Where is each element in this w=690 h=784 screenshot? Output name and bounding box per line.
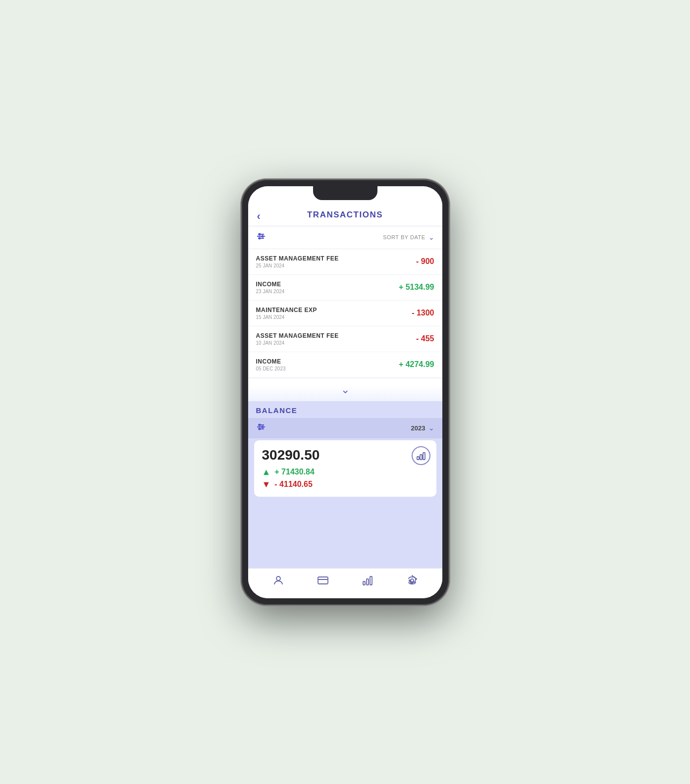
nav-item-chart[interactable] bbox=[362, 575, 373, 586]
year-label: 2023 bbox=[411, 424, 425, 432]
phone-wrapper: ‹ TRANSACTIONS bbox=[241, 179, 449, 605]
income-value: + 71430.84 bbox=[274, 468, 315, 476]
transaction-row[interactable]: MAINTENANCE EXP 15 JAN 2024 - 1300 bbox=[248, 301, 442, 326]
sort-label: SORT BY DATE bbox=[383, 234, 425, 240]
balance-header: BALANCE bbox=[248, 401, 442, 418]
transaction-row[interactable]: INCOME 23 JAN 2024 + 5134.99 bbox=[248, 275, 442, 301]
balance-title: BALANCE bbox=[256, 406, 298, 415]
svg-rect-19 bbox=[367, 579, 369, 585]
transaction-row[interactable]: ASSET MANAGEMENT FEE 10 JAN 2024 - 455 bbox=[248, 326, 442, 352]
expense-value: - 41140.65 bbox=[274, 480, 313, 489]
svg-point-11 bbox=[259, 428, 260, 429]
expense-arrow-icon: ▼ bbox=[262, 479, 271, 490]
svg-point-4 bbox=[262, 235, 263, 237]
back-button[interactable]: ‹ bbox=[257, 210, 261, 223]
svg-rect-13 bbox=[420, 455, 422, 460]
income-arrow-icon: ▲ bbox=[262, 467, 271, 477]
balance-filter-icon[interactable] bbox=[256, 422, 266, 434]
bottom-navigation bbox=[248, 568, 442, 598]
sort-chevron-icon: ⌄ bbox=[428, 233, 434, 241]
load-more-chevron-icon: ⌄ bbox=[341, 383, 350, 396]
chart-icon-button[interactable] bbox=[412, 446, 430, 465]
svg-point-9 bbox=[259, 424, 260, 425]
svg-rect-18 bbox=[363, 581, 365, 585]
page-title: TRANSACTIONS bbox=[307, 210, 383, 220]
transaction-row[interactable]: INCOME 05 DEC 2023 + 4274.99 bbox=[248, 352, 442, 378]
phone-screen: ‹ TRANSACTIONS bbox=[248, 186, 442, 598]
filter-icon[interactable] bbox=[256, 231, 266, 244]
nav-item-settings[interactable] bbox=[406, 575, 418, 586]
balance-amount: 30290.50 bbox=[262, 447, 428, 463]
svg-rect-12 bbox=[417, 457, 419, 460]
year-selector[interactable]: 2023 ⌄ bbox=[411, 424, 434, 432]
svg-rect-14 bbox=[423, 453, 425, 460]
balance-section: BALANCE 2023 bbox=[248, 401, 442, 568]
svg-point-3 bbox=[259, 233, 260, 235]
transactions-filter-bar: SORT BY DATE ⌄ bbox=[248, 226, 442, 249]
transactions-section: SORT BY DATE ⌄ ASSET MANAGEMENT FEE 25 J… bbox=[248, 226, 442, 401]
nav-item-card[interactable] bbox=[317, 575, 329, 586]
svg-rect-16 bbox=[318, 577, 328, 584]
transaction-list: ASSET MANAGEMENT FEE 25 JAN 2024 - 900 I… bbox=[248, 249, 442, 378]
phone-frame: ‹ TRANSACTIONS bbox=[241, 179, 449, 605]
svg-point-10 bbox=[262, 426, 263, 427]
svg-point-15 bbox=[276, 576, 280, 580]
balance-expense-row: ▼ - 41140.65 bbox=[262, 479, 428, 490]
year-chevron-icon: ⌄ bbox=[428, 424, 434, 432]
svg-point-5 bbox=[259, 237, 260, 239]
load-more-button[interactable]: ⌄ bbox=[248, 378, 442, 401]
nav-item-person[interactable] bbox=[272, 575, 284, 586]
svg-rect-20 bbox=[370, 576, 372, 585]
notch bbox=[313, 186, 377, 200]
transaction-row[interactable]: ASSET MANAGEMENT FEE 25 JAN 2024 - 900 bbox=[248, 249, 442, 275]
balance-income-row: ▲ + 71430.84 bbox=[262, 467, 428, 477]
sort-selector[interactable]: SORT BY DATE ⌄ bbox=[383, 233, 434, 241]
balance-content: 30290.50 ▲ + 71430.84 ▼ - 41140.65 bbox=[254, 440, 436, 497]
balance-filter-bar: 2023 ⌄ bbox=[248, 418, 442, 438]
